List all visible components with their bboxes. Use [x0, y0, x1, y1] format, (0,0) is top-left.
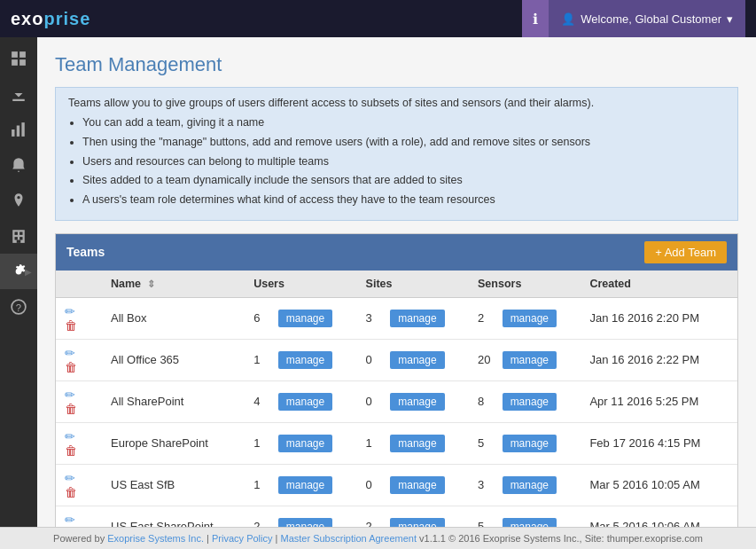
sensors-manage-button[interactable]: manage [503, 476, 557, 494]
sensors-manage-button[interactable]: manage [503, 351, 557, 369]
sensors-manage-button[interactable]: manage [503, 393, 557, 411]
info-button[interactable]: ℹ [522, 0, 549, 37]
add-team-button[interactable]: + Add Team [644, 241, 727, 263]
delete-icon[interactable]: 🗑 [65, 318, 77, 333]
users-manage-button[interactable]: manage [278, 310, 332, 327]
sensors-manage-button[interactable]: manage [503, 310, 557, 327]
users-manage-button[interactable]: manage [278, 518, 332, 527]
svg-rect-4 [12, 129, 14, 137]
sidebar-item-location[interactable] [0, 183, 37, 218]
svg-text:?: ? [16, 302, 21, 313]
info-box: Teams allow you to give groups of users … [55, 87, 738, 221]
sensors-manage-button[interactable]: manage [503, 518, 557, 527]
users-cell: 2 manage [245, 506, 356, 527]
info-list: You can add a team, giving it a name The… [68, 114, 725, 208]
footer-version: v1.1.1 © 2016 Exoprise Systems Inc., Sit… [419, 533, 703, 544]
action-cell: ✏ 🗑 [56, 506, 102, 527]
chevron-down-icon: ▾ [727, 12, 733, 26]
sidebar-item-building[interactable] [0, 218, 37, 254]
info-bullet-4: Sites added to a team dynamically includ… [82, 172, 725, 189]
footer-powered-by: Powered by [53, 533, 105, 544]
name-cell: All Office 365 [102, 339, 245, 380]
sidebar-item-download[interactable] [0, 76, 37, 112]
col-name[interactable]: Name ⇕ [102, 271, 245, 298]
created-cell: Feb 17 2016 4:15 PM [581, 422, 737, 464]
sensors-manage-button[interactable]: manage [503, 435, 557, 452]
delete-icon[interactable]: 🗑 [65, 443, 77, 458]
svg-rect-9 [19, 232, 22, 235]
sites-cell: 0 manage [357, 339, 469, 380]
expand-arrow: ▶ [25, 267, 37, 277]
svg-rect-8 [15, 232, 18, 235]
edit-icon[interactable]: ✏ [65, 429, 75, 443]
footer: Powered by Exoprise Systems Inc. | Priva… [0, 527, 756, 549]
user-icon: 👤 [561, 12, 575, 26]
info-bullet-1: You can add a team, giving it a name [82, 114, 725, 131]
info-bullet-3: Users and resources can belong to multip… [82, 153, 725, 170]
users-cell: 4 manage [245, 380, 356, 422]
users-cell: 1 manage [245, 464, 356, 506]
sidebar-item-chart[interactable] [0, 112, 37, 147]
edit-icon[interactable]: ✏ [65, 346, 75, 360]
table-section-title: Teams [66, 245, 105, 259]
sites-manage-button[interactable]: manage [390, 518, 444, 527]
sites-manage-button[interactable]: manage [390, 435, 444, 452]
info-bullet-5: A users's team role determines what kind… [82, 192, 725, 208]
edit-icon[interactable]: ✏ [65, 388, 75, 402]
svg-rect-6 [21, 122, 24, 137]
content-area: Team Management Teams allow you to give … [37, 37, 756, 527]
created-cell: Mar 5 2016 10:05 AM [581, 464, 737, 506]
sites-cell: 0 manage [357, 380, 469, 422]
created-cell: Jan 16 2016 2:20 PM [581, 297, 737, 339]
sidebar-item-bell[interactable] [0, 147, 37, 183]
users-cell: 1 manage [245, 339, 356, 380]
users-manage-button[interactable]: manage [278, 393, 332, 411]
footer-privacy-link[interactable]: Privacy Policy [212, 533, 272, 544]
name-cell: All Box [102, 297, 245, 339]
table-row: ✏ 🗑 All SharePoint 4 manage 0 manage 8 m… [56, 380, 737, 422]
sidebar-item-help[interactable]: ? [0, 289, 37, 325]
sites-cell: 2 manage [357, 506, 469, 527]
sensors-cell: 5 manage [469, 506, 581, 527]
sidebar-item-settings[interactable]: ▶ [0, 254, 37, 289]
name-cell: US East SfB [102, 464, 245, 506]
user-menu[interactable]: 👤 Welcome, Global Customer ▾ [549, 0, 745, 37]
edit-icon[interactable]: ✏ [65, 304, 75, 318]
sort-icon: ⇕ [147, 278, 155, 289]
edit-icon[interactable]: ✏ [65, 471, 75, 485]
sites-cell: 0 manage [357, 464, 469, 506]
name-cell: All SharePoint [102, 380, 245, 422]
created-cell: Jan 16 2016 2:22 PM [581, 339, 737, 380]
users-manage-button[interactable]: manage [278, 476, 332, 494]
sidebar-item-grid[interactable] [0, 41, 37, 76]
table-row: ✏ 🗑 Europe SharePoint 1 manage 1 manage … [56, 422, 737, 464]
table-body: ✏ 🗑 All Box 6 manage 3 manage 2 manage J… [56, 297, 737, 527]
footer-msa-link[interactable]: Master Subscription Agreement [280, 533, 416, 544]
delete-icon[interactable]: 🗑 [65, 360, 77, 374]
sites-manage-button[interactable]: manage [390, 476, 444, 494]
col-actions [56, 271, 102, 298]
sensors-cell: 3 manage [469, 464, 581, 506]
name-cell: Europe SharePoint [102, 422, 245, 464]
created-cell: Apr 11 2016 5:25 PM [581, 380, 737, 422]
users-manage-button[interactable]: manage [278, 351, 332, 369]
edit-icon[interactable]: ✏ [65, 513, 75, 527]
table-row: ✏ 🗑 All Box 6 manage 3 manage 2 manage J… [56, 297, 737, 339]
table-row: ✏ 🗑 All Office 365 1 manage 0 manage 20 … [56, 339, 737, 380]
sites-manage-button[interactable]: manage [390, 393, 444, 411]
action-cell: ✏ 🗑 [56, 464, 102, 506]
table-row: ✏ 🗑 US East SharePoint 2 manage 2 manage… [56, 506, 737, 527]
svg-rect-2 [12, 59, 18, 66]
footer-exoprise-link[interactable]: Exoprise Systems Inc. [107, 533, 204, 544]
svg-rect-3 [19, 59, 26, 66]
users-manage-button[interactable]: manage [278, 435, 332, 452]
users-cell: 1 manage [245, 422, 356, 464]
delete-icon[interactable]: 🗑 [65, 485, 77, 499]
table-header-row: Name ⇕ Users Sites Sensors Created [56, 271, 737, 298]
sites-manage-button[interactable]: manage [390, 310, 444, 327]
sites-manage-button[interactable]: manage [390, 351, 444, 369]
name-cell: US East SharePoint [102, 506, 245, 527]
delete-icon[interactable]: 🗑 [65, 402, 77, 416]
table-header: Teams + Add Team [56, 234, 737, 271]
logo: exoprise [11, 9, 90, 29]
